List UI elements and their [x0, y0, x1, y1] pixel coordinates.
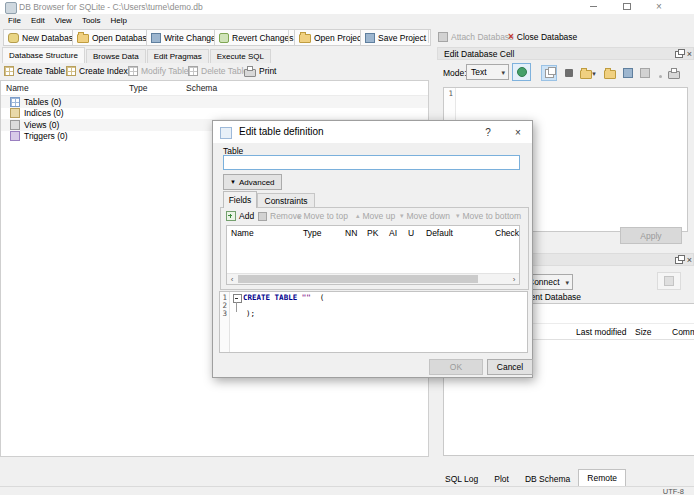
tree-column-type[interactable]: Type: [129, 83, 147, 93]
tables-icon: [10, 97, 20, 107]
menu-edit[interactable]: Edit: [26, 16, 50, 25]
text-mode-icon: [545, 69, 554, 78]
chevron-down-icon: [565, 277, 569, 287]
open-project-button[interactable]: Open Project: [294, 29, 369, 46]
tab-sql-log[interactable]: SQL Log: [437, 472, 486, 487]
scroll-right-icon[interactable]: ›: [509, 274, 519, 284]
encoding-indicator: UTF-8: [663, 487, 684, 495]
tab-edit-pragmas[interactable]: Edit Pragmas: [147, 49, 209, 63]
close-dock-icon[interactable]: [684, 49, 694, 60]
remote-column-size[interactable]: Size: [635, 327, 652, 337]
menu-tools[interactable]: Tools: [77, 16, 106, 25]
tree-column-name[interactable]: Name: [6, 83, 29, 93]
move-down-button: ▾ Move down: [400, 210, 450, 222]
add-field-button[interactable]: Add: [226, 210, 254, 222]
scrollbar-thumb[interactable]: [238, 275, 478, 283]
save-project-icon: [365, 33, 375, 43]
create-index-button[interactable]: Create Index: [66, 64, 128, 78]
chevron-down-icon: [501, 67, 505, 77]
modify-table-button: Modify Table: [128, 64, 189, 78]
attach-database-icon: [438, 32, 448, 42]
fields-column-type[interactable]: Type: [303, 228, 321, 238]
main-tab-bar: Database Structure Browse Data Edit Prag…: [2, 48, 272, 63]
write-changes-icon: [151, 33, 161, 43]
dialog-tab-constraints[interactable]: Constraints: [257, 193, 315, 208]
edit-cell-dock-header: Edit Database Cell: [437, 47, 694, 60]
remote-column-commit[interactable]: Commit: [672, 327, 694, 337]
export-icon: [604, 70, 616, 79]
save-cell-button[interactable]: [620, 65, 636, 81]
minimize-button[interactable]: [584, 0, 602, 13]
move-down-icon: ▾: [400, 212, 404, 220]
paste-icon: [659, 75, 662, 78]
copy-cell-button[interactable]: [637, 65, 653, 81]
import-button[interactable]: [580, 65, 596, 81]
fields-column-name[interactable]: Name: [231, 228, 254, 238]
fields-table: Name Type NN PK AI U Default Check ‹ ›: [226, 225, 520, 285]
print-button[interactable]: Print: [244, 64, 276, 78]
create-table-icon: [4, 66, 14, 76]
fields-column-nn[interactable]: NN: [345, 228, 357, 238]
create-index-icon: [66, 66, 76, 76]
remote-settings-button: [657, 272, 681, 290]
fields-horizontal-scrollbar[interactable]: ‹ ›: [227, 273, 519, 284]
app-icon: [5, 2, 17, 14]
advanced-toggle-button[interactable]: Advanced: [223, 174, 282, 190]
float-dock-icon[interactable]: [673, 49, 684, 60]
save-project-button[interactable]: Save Project: [360, 29, 431, 46]
fields-column-default[interactable]: Default: [426, 228, 453, 238]
maximize-button[interactable]: [618, 0, 636, 13]
tab-plot[interactable]: Plot: [486, 472, 517, 487]
new-database-icon: [8, 33, 19, 43]
fields-column-pk[interactable]: PK: [367, 228, 378, 238]
mode-select[interactable]: Text: [466, 64, 509, 80]
cancel-button[interactable]: Cancel: [487, 359, 533, 375]
print-cell-button[interactable]: [666, 65, 682, 81]
dialog-help-button[interactable]: ?: [479, 124, 497, 140]
apply-button: Apply: [620, 227, 682, 244]
move-to-top-button: ▴ Move to top: [297, 210, 348, 222]
export-button[interactable]: [602, 65, 618, 81]
print-cell-icon: [668, 71, 680, 79]
menu-file[interactable]: File: [3, 16, 26, 25]
remove-field-button: Remove: [258, 210, 302, 222]
views-icon: [10, 120, 20, 130]
sql-preview-editor[interactable]: 1 2 3 CREATE TABLE "" ( );: [219, 291, 528, 353]
fold-marker-icon[interactable]: [233, 294, 242, 303]
remote-column-last-modified[interactable]: Last modified: [576, 327, 627, 337]
tab-db-schema[interactable]: DB Schema: [517, 472, 578, 487]
new-database-button[interactable]: New Database: [3, 29, 83, 46]
close-button[interactable]: [650, 0, 668, 13]
null-button[interactable]: [561, 65, 577, 81]
revert-changes-icon: [219, 33, 229, 43]
revert-changes-button[interactable]: Revert Changes: [214, 29, 298, 46]
auto-apply-icon: [517, 67, 527, 77]
close-database-button[interactable]: Close Database: [504, 29, 581, 44]
float-dock-icon[interactable]: [673, 255, 684, 266]
fields-column-ai[interactable]: AI: [389, 228, 397, 238]
dialog-close-button[interactable]: ×: [509, 124, 527, 140]
scroll-left-icon[interactable]: ‹: [227, 274, 237, 284]
menu-help[interactable]: Help: [106, 16, 132, 25]
edit-cell-dock-title: Edit Database Cell: [444, 49, 514, 59]
tab-execute-sql[interactable]: Execute SQL: [210, 49, 271, 63]
tab-remote[interactable]: Remote: [578, 469, 626, 487]
menu-view[interactable]: View: [50, 16, 77, 25]
tab-database-structure[interactable]: Database Structure: [2, 47, 85, 63]
fields-column-check[interactable]: Check: [495, 228, 519, 238]
fields-column-u[interactable]: U: [408, 228, 414, 238]
tree-item-indices[interactable]: Indices (0): [1, 108, 428, 120]
move-to-top-icon: ▴: [297, 212, 301, 220]
remote-settings-icon: [664, 276, 674, 286]
ok-button: OK: [429, 359, 483, 375]
text-mode-toggle[interactable]: [541, 65, 557, 81]
delete-table-button: Delete Table: [188, 64, 248, 78]
tree-item-tables[interactable]: Tables (0): [1, 96, 428, 108]
tab-browse-data[interactable]: Browse Data: [86, 49, 146, 63]
dialog-tab-fields[interactable]: Fields: [223, 191, 257, 208]
auto-apply-button[interactable]: [512, 63, 531, 81]
create-table-button[interactable]: Create Table: [4, 64, 65, 78]
table-name-input[interactable]: [223, 155, 520, 170]
tree-column-schema[interactable]: Schema: [186, 83, 217, 93]
close-dock-icon[interactable]: [684, 255, 694, 266]
